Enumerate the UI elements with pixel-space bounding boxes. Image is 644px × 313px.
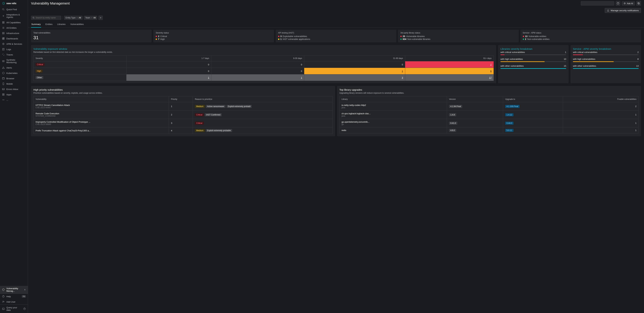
exposure-cell[interactable]: 3 xyxy=(304,74,405,81)
newrelic-logo-icon xyxy=(2,2,5,5)
sidebar-item-alerts[interactable]: Alerts xyxy=(0,65,28,70)
svg-rect-22 xyxy=(4,95,4,95)
upgrade-row[interactable]: go.opentelemetry.io/contrib...go0.41.00.… xyxy=(340,119,639,127)
entity-search-box[interactable] xyxy=(31,16,61,20)
grid-icon xyxy=(2,21,5,24)
upgrade-row[interactable]: io.netty:netty-codec-http2java4.1.94.Fin… xyxy=(340,102,639,111)
exposure-cell[interactable]: 17 xyxy=(405,74,494,81)
logo[interactable]: new relic xyxy=(0,0,28,7)
query-help-icon[interactable] xyxy=(23,308,26,310)
sidebar-item-synthetic-monitoring[interactable]: Synthetic Monitoring xyxy=(0,57,28,65)
stat-card[interactable]: 3rd party library status25Vulnerable lib… xyxy=(398,30,518,42)
sidebar-item-apps[interactable]: Apps xyxy=(0,92,28,97)
bd-fill xyxy=(500,54,504,55)
sidebar-item-help[interactable]: Help 70 xyxy=(0,294,28,299)
stat-card[interactable]: Service - APM status13Vulnerable entitie… xyxy=(520,30,641,42)
ask-ai-button[interactable]: Ask AI xyxy=(622,1,635,5)
priority-row[interactable]: Improperly Controlled Modification of Ob… xyxy=(34,119,333,127)
exposure-cell[interactable]: 1 xyxy=(126,74,211,81)
tab-entities[interactable]: Entities xyxy=(45,21,53,27)
breakdown-item[interactable]: with high vulnerabilities10 xyxy=(500,58,566,62)
svg-rect-20 xyxy=(4,94,4,94)
filter-chip-entity-type[interactable]: Entity Type=All xyxy=(64,16,82,20)
sidebar-item-browser[interactable]: Browser xyxy=(0,76,28,81)
upgrade-pill[interactable]: 4.1.100.Final xyxy=(505,105,520,108)
lib-breakdown-title[interactable]: Libraries severity breakdown xyxy=(500,47,566,50)
sidebar-item-all-capabilities[interactable]: All Capabilities xyxy=(0,20,28,25)
exposure-title[interactable]: Vulnerability exposure window xyxy=(33,47,494,50)
sidebar-item-add-user[interactable]: Add User xyxy=(0,299,28,305)
upgrade-pill[interactable]: 5.0.11 xyxy=(505,129,513,132)
svg-rect-18 xyxy=(2,88,4,90)
upgrade-pill[interactable]: 0.44.0 xyxy=(505,122,513,125)
sidebar-item-dashboards[interactable]: Dashboards xyxy=(0,36,28,41)
vuln-cell: Remote Code ExecutionSYSTEM_COMMAND xyxy=(34,111,169,119)
breakdown-item[interactable]: with critical vulnerabilities2 xyxy=(573,51,639,55)
svg-rect-14 xyxy=(2,60,4,62)
sidebar-item-apm-services[interactable]: APM & Services xyxy=(0,41,28,46)
nav-label: Errors Inbox xyxy=(6,88,18,90)
tab-vulnerabilities[interactable]: Vulnerabilities xyxy=(70,21,84,27)
sidebar-item-quick-find[interactable]: Quick Find xyxy=(0,7,28,12)
manage-notifications-button[interactable]: Manage security notifications xyxy=(605,8,641,13)
exposure-cell: 0 xyxy=(304,61,405,68)
reason-pill: Critical xyxy=(195,122,204,125)
alert-icon xyxy=(2,66,5,69)
pin-icon[interactable] xyxy=(24,289,26,291)
entity-search-input[interactable] xyxy=(36,16,60,19)
breakdown-item[interactable]: with critical vulnerabilities1 xyxy=(500,51,566,55)
sidebar-item-infrastructure[interactable]: Infrastructure xyxy=(0,30,28,36)
sidebar-item-mobile[interactable]: Mobile xyxy=(0,81,28,86)
vuln-name: Improperly Controlled Modification of Ob… xyxy=(36,121,167,123)
stat-card[interactable]: Severity status2Critical7High xyxy=(153,30,274,42)
sidebar-item-vulnerability[interactable]: Vulnerability Manag... xyxy=(0,286,28,294)
stat-card[interactable]: API testing (IAST)3Exploitable vulnerabi… xyxy=(276,30,396,42)
sidebar-item-integrations-agents[interactable]: Integrations & Agents xyxy=(0,12,28,20)
sidebar-item-kubernetes[interactable]: Kubernetes xyxy=(0,70,28,76)
filter-chip-team[interactable]: Team=All xyxy=(84,16,97,20)
help-button[interactable] xyxy=(616,1,620,6)
svg-point-15 xyxy=(3,61,4,61)
sidebar-item-traces[interactable]: Traces xyxy=(0,52,28,57)
add-filter-button[interactable] xyxy=(98,15,103,20)
tab-summary[interactable]: Summary xyxy=(31,21,41,28)
svg-rect-3 xyxy=(2,23,3,23)
sidebar-item-logs[interactable]: Logs xyxy=(0,46,28,52)
help-icon xyxy=(2,295,5,298)
svg-rect-19 xyxy=(2,94,3,94)
fixable-cell: 1 xyxy=(563,119,638,127)
sidebar-item-errors-inbox[interactable]: Errors Inbox xyxy=(0,86,28,92)
sidebar-item-all-entities[interactable]: All Entities xyxy=(0,25,28,30)
priority-row[interactable]: Remote Code ExecutionSYSTEM_COMMAND2Crit… xyxy=(34,111,333,119)
svc-breakdown-title[interactable]: Service - APM severity breakdown xyxy=(573,47,639,50)
kubernetes-icon xyxy=(2,72,5,74)
exposure-cell[interactable]: 2 xyxy=(405,61,494,68)
breakdown-item[interactable]: with other vulnerabilities13 xyxy=(573,65,639,69)
stat-card[interactable]: Total vulnerabilities31 xyxy=(31,30,152,42)
exposure-cell[interactable]: 1 xyxy=(304,68,405,74)
priority-cell: 3 xyxy=(169,119,193,127)
stat-num: 3 xyxy=(280,35,282,37)
version-cell: 1.4.8 xyxy=(447,111,503,119)
share-button[interactable] xyxy=(636,1,641,6)
divider xyxy=(62,16,63,19)
breakdown-item[interactable]: with high vulnerabilities8 xyxy=(573,58,639,62)
priority-row[interactable]: HTTP/2 Stream Cancellation AttackCVE-202… xyxy=(34,102,333,111)
exposure-col-header: 91+ days xyxy=(405,55,494,61)
priority-row[interactable]: Prefix Truncation Attack against ChaCha2… xyxy=(34,127,333,134)
exposure-cell: 0 xyxy=(211,68,304,74)
top-search-input[interactable] xyxy=(581,1,614,5)
severity-pill: Critical xyxy=(36,63,44,66)
query-data-bar[interactable]: Query your data xyxy=(0,305,28,313)
tab-libraries[interactable]: Libraries xyxy=(57,21,66,27)
stat-label: Severity status xyxy=(156,32,272,34)
sidebar-item--[interactable]: ... xyxy=(0,97,28,103)
upgrade-row[interactable]: redis4.6.05.0.111 xyxy=(340,127,639,133)
breakdown-item[interactable]: with other vulnerabilities15 xyxy=(500,65,566,69)
priority-panel: High priority vulnerabilities Prioritize… xyxy=(31,86,335,136)
exposure-cell[interactable]: 6 xyxy=(405,68,494,74)
upgrade-row[interactable]: ch.qos.logback:logback-clas...java1.4.81… xyxy=(340,111,639,119)
exposure-cell[interactable]: 1 xyxy=(211,74,304,81)
upgrade-pill[interactable]: 1.4.12 xyxy=(505,113,513,116)
svg-rect-16 xyxy=(2,78,4,79)
